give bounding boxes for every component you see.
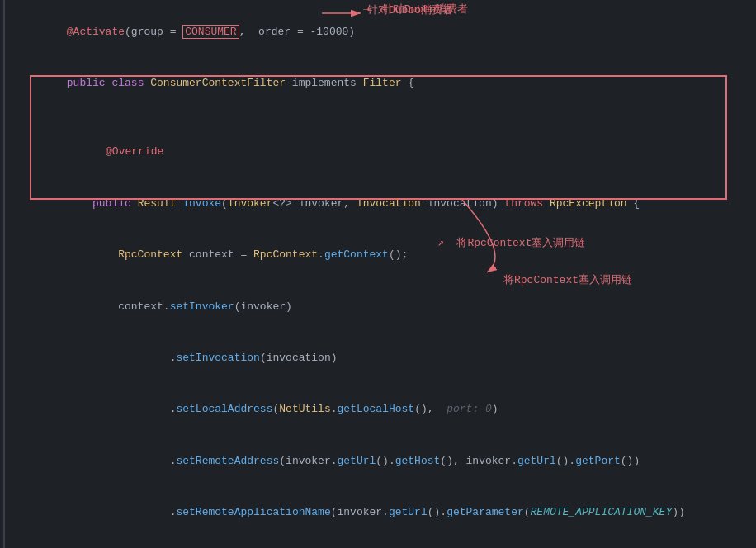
code-line-1: @Activate(group = CONSUMER, order = -100… — [25, 7, 756, 58]
code-line-11: .setRemoteApplicationName(invoker.getUrl… — [25, 487, 756, 538]
code-line-3 — [25, 110, 756, 127]
code-line-2: public class ConsumerContextFilter imple… — [25, 58, 756, 109]
code-line-7: context.setInvoker(invoker) — [25, 281, 756, 333]
code-line-9: .setLocalAddress(NetUtils.getLocalHost()… — [25, 385, 756, 436]
code-editor: → 针对Dubbo消费者 ↗ 将RpcContext塞入调用链 @Activat… — [0, 0, 756, 548]
code-line-10: .setRemoteAddress(invoker.getUrl().getHo… — [25, 436, 756, 487]
left-gutter-bar — [0, 0, 5, 548]
code-line-12: .setAttachment(REMOTE_APPLICATION_KEY, i… — [25, 539, 756, 548]
code-line-5: public Result invoke(Invoker<?> invoker,… — [25, 178, 756, 229]
code-line-8: .setInvocation(invocation) — [25, 333, 756, 384]
code-line-6: RpcContext context = RpcContext.getConte… — [25, 229, 756, 281]
code-line-4: @Override — [25, 127, 756, 178]
